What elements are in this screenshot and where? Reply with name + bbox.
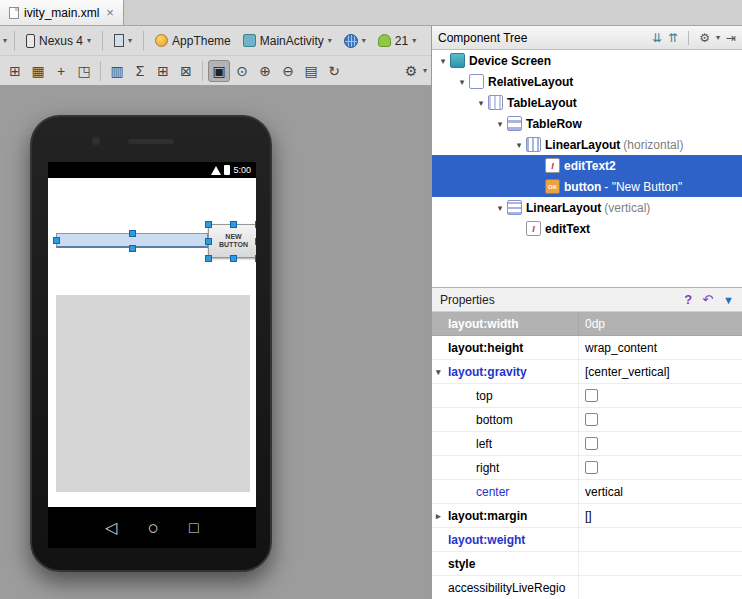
selection-handle[interactable] bbox=[205, 255, 212, 262]
nav-recents-icon[interactable]: □ bbox=[189, 520, 199, 536]
property-row-layout-width[interactable]: layout:width0dp bbox=[432, 312, 742, 336]
property-row-top[interactable]: top bbox=[432, 384, 742, 408]
left-checkbox[interactable] bbox=[585, 437, 598, 450]
selection-handle[interactable] bbox=[230, 255, 237, 262]
device-screen-preview[interactable]: 5:00 NEW BUTTON bbox=[48, 162, 256, 507]
tree-expand-arrow-icon[interactable]: ▾ bbox=[512, 140, 526, 150]
toolbar-separator bbox=[100, 61, 101, 81]
property-row-bottom[interactable]: bottom bbox=[432, 408, 742, 432]
tree-node-tablelayout[interactable]: ▾TableLayout bbox=[432, 92, 742, 113]
tree-node-suffix: (vertical) bbox=[604, 201, 650, 215]
selection-handle[interactable] bbox=[129, 245, 136, 252]
property-row-layout-margin[interactable]: ▸layout:margin[] bbox=[432, 504, 742, 528]
tree-node-relativelayout[interactable]: ▾RelativeLayout bbox=[432, 71, 742, 92]
new-button-widget[interactable]: NEW BUTTON bbox=[208, 224, 256, 258]
theme-selector[interactable]: AppTheme bbox=[150, 31, 236, 51]
property-expand-arrow-icon[interactable]: ▸ bbox=[436, 511, 441, 521]
property-value[interactable]: [center_vertical] bbox=[579, 360, 742, 383]
activity-selector[interactable]: MainActivity ▾ bbox=[238, 31, 337, 51]
tree-node-button[interactable]: OKbutton - "New Button" bbox=[432, 176, 742, 197]
table-columns-icon[interactable]: ⊞ bbox=[152, 60, 174, 82]
property-value[interactable] bbox=[579, 552, 742, 575]
sum-columns-icon[interactable]: Σ bbox=[129, 60, 151, 82]
hide-panel-icon[interactable]: ⇥ bbox=[726, 32, 736, 44]
tree-expand-arrow-icon[interactable]: ▾ bbox=[455, 77, 469, 87]
export-image-icon[interactable]: ▤ bbox=[300, 60, 322, 82]
api-level-selector[interactable]: 21 ▾ bbox=[373, 31, 421, 51]
panel-settings-gear-icon[interactable]: ⚙ bbox=[699, 32, 710, 44]
property-value[interactable]: wrap_content bbox=[579, 336, 742, 359]
property-value[interactable] bbox=[579, 576, 742, 599]
tree-expand-arrow-icon[interactable]: ▾ bbox=[474, 98, 488, 108]
property-value[interactable] bbox=[579, 456, 742, 479]
tab-close-icon[interactable]: × bbox=[106, 6, 114, 19]
pan-tool-icon[interactable]: ▣ bbox=[208, 60, 230, 82]
edittext-widget-vertical[interactable] bbox=[56, 295, 250, 492]
tree-expand-arrow-icon[interactable]: ▾ bbox=[493, 203, 507, 213]
property-value[interactable] bbox=[579, 432, 742, 455]
property-row-layout-weight[interactable]: layout:weight bbox=[432, 528, 742, 552]
property-value[interactable]: [] bbox=[579, 504, 742, 527]
globe-icon bbox=[344, 34, 358, 48]
selection-handle[interactable] bbox=[129, 230, 136, 237]
expand-all-icon[interactable]: ⇊ bbox=[652, 32, 662, 44]
expand-to-fit-icon[interactable]: ◳ bbox=[73, 60, 95, 82]
locale-selector[interactable]: ▾ bbox=[339, 31, 371, 51]
structure-mode-icon[interactable]: ▥ bbox=[106, 60, 128, 82]
property-expand-arrow-icon[interactable]: ▾ bbox=[436, 367, 441, 377]
property-row-layout-height[interactable]: layout:heightwrap_content bbox=[432, 336, 742, 360]
snap-to-grid-icon[interactable]: + bbox=[50, 60, 72, 82]
tree-node-device-screen[interactable]: ▾Device Screen bbox=[432, 50, 742, 71]
selection-handle[interactable] bbox=[230, 221, 237, 228]
property-value[interactable]: vertical bbox=[579, 480, 742, 503]
zoom-out-icon[interactable]: ⊖ bbox=[277, 60, 299, 82]
property-row-center[interactable]: centervertical bbox=[432, 480, 742, 504]
property-row-left[interactable]: left bbox=[432, 432, 742, 456]
selection-handle[interactable] bbox=[205, 221, 212, 228]
property-row-right[interactable]: right bbox=[432, 456, 742, 480]
orientation-selector[interactable]: ▾ bbox=[109, 31, 137, 50]
collapse-all-icon[interactable]: ⇈ bbox=[668, 32, 678, 44]
property-row-style[interactable]: style bbox=[432, 552, 742, 576]
tab-activity-main-xml[interactable]: ivity_main.xml × bbox=[0, 0, 124, 25]
property-value[interactable]: 0dp bbox=[579, 312, 742, 335]
zoom-in-icon[interactable]: ⊕ bbox=[254, 60, 276, 82]
design-canvas[interactable]: 5:00 NEW BUTTON bbox=[0, 86, 431, 599]
selection-handle[interactable] bbox=[255, 238, 256, 245]
tree-node-edittext2[interactable]: IeditText2 bbox=[432, 155, 742, 176]
grid-options-icon[interactable]: ▦ bbox=[27, 60, 49, 82]
help-icon[interactable]: ? bbox=[684, 292, 692, 307]
tree-node-edittext[interactable]: IeditText bbox=[432, 218, 742, 239]
settings-gear-icon[interactable]: ⚙ bbox=[400, 60, 422, 82]
property-value[interactable] bbox=[579, 384, 742, 407]
reset-property-icon[interactable]: ↶ bbox=[702, 292, 713, 307]
property-value[interactable] bbox=[579, 528, 742, 551]
nav-home-icon[interactable]: ○ bbox=[148, 518, 159, 537]
selection-handle[interactable] bbox=[255, 221, 256, 228]
nav-back-icon[interactable]: ◁ bbox=[105, 520, 117, 536]
table-borders-icon[interactable]: ⊠ bbox=[175, 60, 197, 82]
edittext-icon: I bbox=[526, 221, 541, 236]
device-selector[interactable]: Nexus 4 ▾ bbox=[21, 31, 96, 51]
selection-handle[interactable] bbox=[53, 237, 60, 244]
layout-preview-area[interactable]: NEW BUTTON bbox=[48, 178, 256, 507]
config-partial-button[interactable]: ▾ bbox=[2, 33, 8, 48]
bottom-checkbox[interactable] bbox=[585, 413, 598, 426]
selection-handle[interactable] bbox=[205, 238, 212, 245]
property-row-accessibilityliveregio[interactable]: accessibilityLiveRegio bbox=[432, 576, 742, 599]
zoom-fit-icon[interactable]: ⊙ bbox=[231, 60, 253, 82]
show-grid-icon[interactable]: ⊞ bbox=[4, 60, 26, 82]
tree-node-linearlayout[interactable]: ▾LinearLayout (vertical) bbox=[432, 197, 742, 218]
property-name: accessibilityLiveRegio bbox=[432, 576, 579, 599]
refresh-icon[interactable]: ↻ bbox=[323, 60, 345, 82]
tree-node-tablerow[interactable]: ▾TableRow bbox=[432, 113, 742, 134]
filter-properties-icon[interactable]: ▼ bbox=[723, 294, 734, 306]
right-checkbox[interactable] bbox=[585, 461, 598, 474]
top-checkbox[interactable] bbox=[585, 389, 598, 402]
tree-expand-arrow-icon[interactable]: ▾ bbox=[436, 56, 450, 66]
tree-node-linearlayout[interactable]: ▾LinearLayout (horizontal) bbox=[432, 134, 742, 155]
tree-expand-arrow-icon[interactable]: ▾ bbox=[493, 119, 507, 129]
property-row-layout-gravity[interactable]: ▾layout:gravity[center_vertical] bbox=[432, 360, 742, 384]
selection-handle[interactable] bbox=[255, 255, 256, 262]
property-value[interactable] bbox=[579, 408, 742, 431]
